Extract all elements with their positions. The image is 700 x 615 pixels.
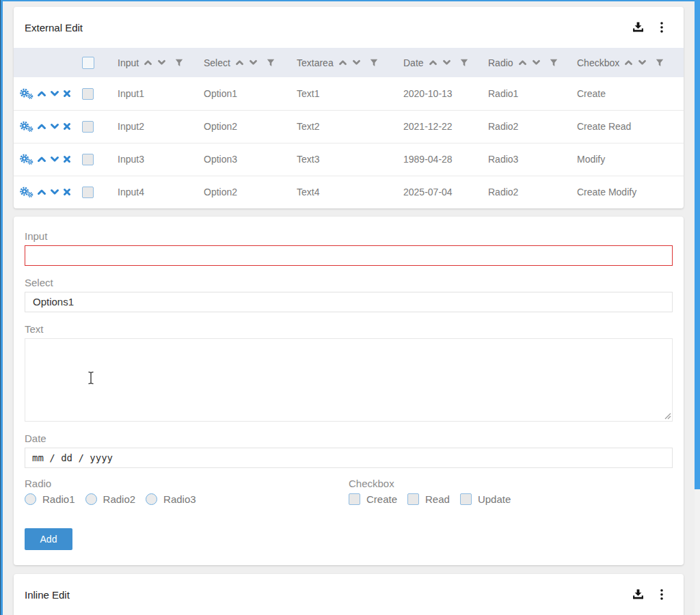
delete-x-icon[interactable]: [63, 155, 71, 163]
row-checkbox[interactable]: [82, 154, 94, 165]
viewport-left-border: [0, 0, 3, 615]
move-up-icon[interactable]: [37, 90, 46, 97]
filter-icon[interactable]: [370, 59, 378, 67]
sort-asc-icon[interactable]: [624, 59, 633, 66]
column-header-radio[interactable]: Radio: [488, 48, 577, 77]
checkbox-icon[interactable]: [407, 493, 419, 505]
delete-x-icon[interactable]: [63, 90, 71, 98]
checkbox-option-create[interactable]: Create: [349, 493, 397, 505]
row-checkbox[interactable]: [82, 121, 94, 133]
radio-option-radio1[interactable]: Radio1: [25, 493, 75, 505]
sort-asc-icon[interactable]: [144, 59, 152, 66]
settings-cogs-icon[interactable]: [19, 87, 33, 100]
filter-icon[interactable]: [460, 59, 468, 67]
sort-asc-icon[interactable]: [429, 59, 438, 66]
radio-group: Radio Radio1 Radio2 Radio3: [25, 468, 349, 505]
column-label: Textarea: [297, 57, 334, 68]
column-header-checkbox[interactable]: Checkbox: [577, 48, 684, 77]
filter-icon[interactable]: [175, 59, 183, 67]
scrollbar-track[interactable]: [695, 0, 700, 615]
column-label: Date: [403, 57, 424, 68]
cell-input: Input1: [118, 77, 204, 110]
cell-input: Input4: [118, 176, 204, 208]
select-all-checkbox[interactable]: [82, 57, 94, 69]
checkbox-option-read[interactable]: Read: [407, 493, 450, 505]
move-down-icon[interactable]: [50, 156, 59, 163]
column-header-input[interactable]: Input: [118, 48, 204, 77]
viewport-top-border: [0, 0, 700, 1]
cell-textarea: Text3: [297, 143, 403, 176]
radio-label: Radio: [25, 478, 349, 489]
cell-input: Input3: [118, 143, 204, 176]
settings-cogs-icon[interactable]: [19, 153, 33, 165]
input-field[interactable]: [25, 245, 673, 266]
row-checkbox[interactable]: [82, 88, 94, 100]
filter-icon[interactable]: [550, 59, 558, 67]
radio-option-label: Radio3: [163, 493, 196, 505]
sort-desc-icon[interactable]: [249, 59, 258, 66]
move-up-icon[interactable]: [37, 189, 46, 195]
checkbox-icon[interactable]: [460, 493, 472, 505]
download-icon[interactable]: [632, 22, 644, 33]
cell-select: Option2: [204, 110, 297, 143]
sort-desc-icon[interactable]: [638, 59, 647, 66]
card-title: External Edit: [25, 22, 83, 33]
delete-x-icon[interactable]: [63, 188, 71, 196]
column-header-select[interactable]: Select: [204, 48, 297, 77]
download-icon[interactable]: [632, 589, 644, 600]
move-down-icon[interactable]: [50, 90, 59, 97]
sort-desc-icon[interactable]: [532, 59, 541, 66]
table-row: Input1 Option1 Text1 2020-10-13 Radio1 C…: [14, 77, 684, 110]
add-button[interactable]: Add: [25, 528, 72, 550]
select-field[interactable]: Options1: [25, 292, 673, 312]
radio-button-icon[interactable]: [146, 493, 157, 505]
sort-desc-icon[interactable]: [442, 59, 451, 66]
filter-icon[interactable]: [267, 59, 275, 67]
text-area-field[interactable]: [25, 338, 673, 422]
checkbox-group: Checkbox Create Read Update: [349, 468, 673, 505]
row-checkbox[interactable]: [82, 187, 94, 198]
radio-option-radio3[interactable]: Radio3: [146, 493, 196, 505]
move-down-icon[interactable]: [50, 123, 59, 130]
checkbox-option-update[interactable]: Update: [460, 493, 511, 505]
cell-radio: Radio2: [488, 176, 577, 208]
cell-textarea: Text2: [297, 110, 403, 143]
table-row: Input2 Option2 Text2 2021-12-22 Radio2 C…: [14, 110, 684, 143]
external-edit-card: External Edit Input: [14, 7, 684, 208]
radio-button-icon[interactable]: [85, 493, 97, 505]
kebab-menu-icon[interactable]: [660, 22, 663, 33]
filter-icon[interactable]: [656, 59, 664, 67]
move-up-icon[interactable]: [37, 156, 46, 163]
cell-select: Option3: [204, 143, 297, 176]
sort-asc-icon[interactable]: [518, 59, 527, 66]
sort-asc-icon[interactable]: [338, 59, 347, 66]
card-toolbar: [632, 22, 663, 33]
settings-cogs-icon[interactable]: [19, 120, 33, 133]
cell-radio: Radio2: [488, 110, 577, 143]
sort-asc-icon[interactable]: [235, 59, 244, 66]
radio-button-icon[interactable]: [25, 493, 36, 505]
column-header-date[interactable]: Date: [403, 48, 488, 77]
sort-desc-icon[interactable]: [157, 59, 166, 66]
settings-cogs-icon[interactable]: [19, 186, 33, 198]
inline-edit-card: Inline Edit: [14, 574, 684, 615]
select-label: Select: [25, 277, 673, 288]
add-record-form-card: Input Select Options1 Text Date Radio Ra…: [14, 217, 684, 565]
cell-checkbox: Create Modify: [577, 176, 684, 208]
delete-x-icon[interactable]: [63, 122, 71, 131]
text-label: Text: [25, 323, 673, 335]
checkbox-icon[interactable]: [349, 493, 360, 505]
date-field[interactable]: [25, 448, 673, 468]
cell-date: 1989-04-28: [403, 143, 488, 176]
radio-option-radio2[interactable]: Radio2: [85, 493, 136, 505]
cell-date: 2020-10-13: [403, 77, 488, 110]
kebab-menu-icon[interactable]: [660, 589, 663, 600]
radio-option-label: Radio2: [103, 493, 136, 505]
external-edit-header: External Edit: [14, 7, 684, 48]
move-down-icon[interactable]: [50, 189, 59, 195]
column-label: Select: [204, 57, 230, 68]
column-header-textarea[interactable]: Textarea: [297, 48, 403, 77]
scrollbar-thumb[interactable]: [695, 0, 700, 489]
sort-desc-icon[interactable]: [352, 59, 361, 66]
move-up-icon[interactable]: [37, 123, 46, 130]
